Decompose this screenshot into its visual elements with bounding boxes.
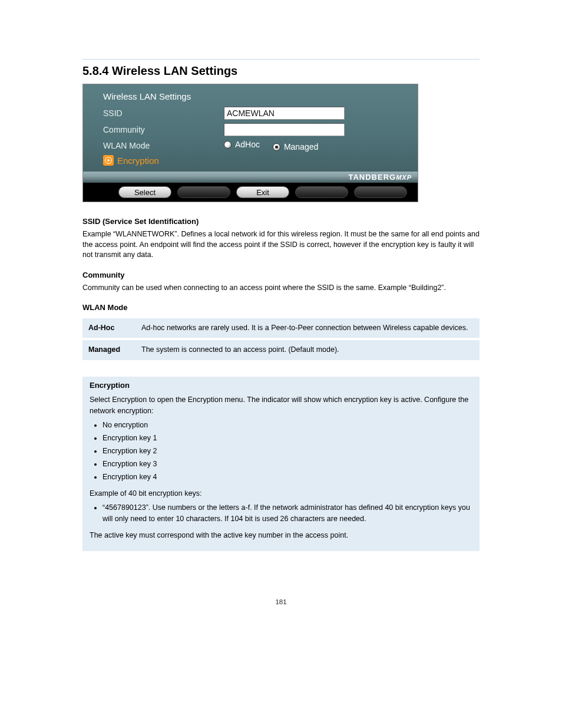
ssid-label: SSID: [103, 108, 224, 118]
device-screenshot: Wireless LAN Settings SSID Community WLA…: [82, 84, 418, 202]
mode-table: Ad-Hoc Ad-hoc networks are rarely used. …: [82, 318, 480, 360]
list-item: Encryption key 3: [103, 459, 472, 469]
encryption-link-label: Encryption: [117, 156, 159, 166]
ssid-heading: SSID (Service Set Identification): [82, 216, 480, 227]
mode-name-0: Ad-Hoc: [82, 318, 135, 338]
divider-top: [82, 59, 480, 60]
mode-label: WLAN Mode: [103, 141, 224, 150]
table-row: Ad-Hoc Ad-hoc networks are rarely used. …: [82, 318, 480, 338]
encryption-note-list: “4567890123”. Use numbers or the letters…: [90, 502, 472, 523]
radio-adhoc-label: AdHoc: [235, 140, 260, 149]
row-ssid: SSID: [83, 105, 418, 121]
community-label: Community: [103, 125, 224, 134]
device-content: Wireless LAN Settings SSID Community WLA…: [83, 84, 418, 172]
ssid-text: Example “WLANNETWORK”. Defines a local n…: [82, 229, 480, 261]
row-community: Community: [83, 121, 418, 138]
exit-button[interactable]: Exit: [236, 186, 289, 198]
button-slot-5[interactable]: [354, 186, 407, 198]
svg-marker-1: [108, 159, 111, 162]
row-wlan-mode: WLAN Mode AdHoc Managed: [83, 138, 418, 153]
mode-desc-0: Ad-hoc networks are rarely used. It is a…: [135, 318, 480, 338]
play-arrow-icon: [103, 155, 114, 166]
list-item: Encryption key 2: [103, 446, 472, 456]
radio-adhoc[interactable]: AdHoc: [224, 140, 260, 149]
list-item: “4567890123”. Use numbers or the letters…: [103, 502, 472, 523]
mode-radios: AdHoc Managed: [224, 140, 329, 151]
encryption-box: Encryption Select Encryption to open the…: [82, 377, 480, 551]
page-number: 181: [82, 598, 480, 605]
mode-desc-1: The system is connected to an access poi…: [135, 340, 480, 360]
community-heading: Community: [82, 270, 480, 281]
button-slot-4[interactable]: [295, 186, 348, 198]
list-item: Encryption key 4: [103, 472, 472, 482]
radio-managed-label: Managed: [284, 142, 318, 151]
device-panel-title: Wireless LAN Settings: [83, 90, 418, 105]
encryption-footer: The active key must correspond with the …: [90, 530, 472, 541]
ssid-section: SSID (Service Set Identification) Exampl…: [82, 216, 480, 360]
encryption-list: No encryption Encryption key 1 Encryptio…: [90, 420, 472, 483]
list-item: No encryption: [103, 420, 472, 430]
mode-name-1: Managed: [82, 340, 135, 360]
encryption-intro: Select Encryption to open the Encryption…: [90, 394, 472, 416]
button-slot-2[interactable]: [177, 186, 230, 198]
section-title: 5.8.4 Wireless LAN Settings: [82, 64, 480, 78]
table-row: Managed The system is connected to an ac…: [82, 340, 480, 360]
encryption-heading: Encryption: [90, 380, 472, 391]
radio-adhoc-indicator: [224, 141, 232, 149]
select-button[interactable]: Select: [118, 186, 171, 198]
community-text: Community can be used when connecting to…: [82, 283, 480, 294]
mode-heading: WLAN Mode: [82, 302, 480, 313]
brand-sub: MXP: [396, 174, 412, 181]
device-button-bar: Select Exit: [83, 183, 418, 202]
community-input[interactable]: [224, 123, 345, 136]
encryption-note-lead: Example of 40 bit encryption keys:: [90, 488, 472, 499]
row-encryption[interactable]: Encryption: [83, 153, 418, 166]
radio-managed-indicator: [273, 143, 280, 151]
radio-managed[interactable]: Managed: [273, 142, 318, 151]
ssid-input[interactable]: [224, 107, 345, 120]
list-item: Encryption key 1: [103, 433, 472, 443]
brand-strip: TANDBERGMXP: [83, 172, 418, 183]
brand-main: TANDBERG: [348, 173, 396, 182]
